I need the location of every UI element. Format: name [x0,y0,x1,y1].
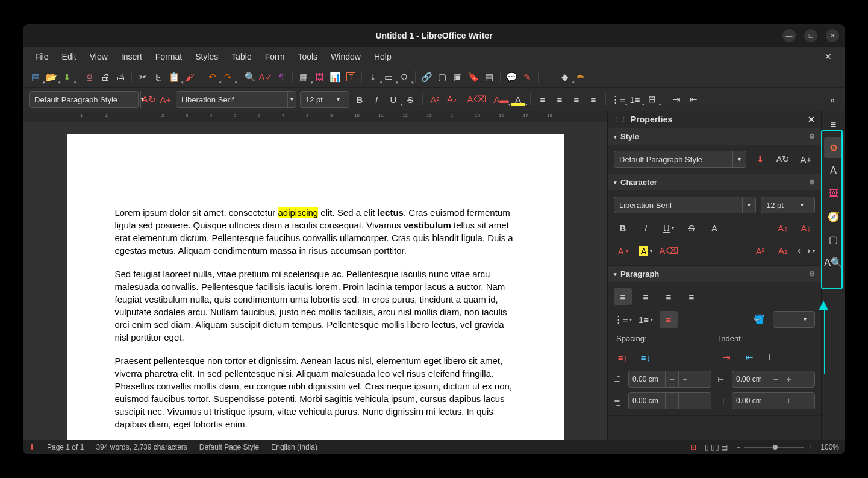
menu-form[interactable]: Form [259,49,291,64]
align-left-button[interactable]: ≡ [536,93,549,106]
justify-button[interactable]: ≡ [682,288,701,305]
cut-button[interactable]: ✂ [136,71,149,84]
menu-table[interactable]: Table [225,49,257,64]
clear-formatting-button[interactable]: A⌫ [470,93,483,106]
font-name-input[interactable] [176,95,287,104]
close-document-icon[interactable]: ✕ [819,49,838,64]
table-button[interactable]: ▦ [297,71,310,84]
highlight-color-button[interactable]: A [637,242,655,259]
minimize-button[interactable]: — [782,29,796,42]
new-button[interactable]: ▤ [29,71,42,84]
style-section-header[interactable]: Style ⚙ [608,128,821,145]
menu-styles[interactable]: Styles [189,49,224,64]
spellcheck-button[interactable]: A✓ [259,71,272,84]
style-action-2-icon[interactable]: A↻ [774,151,792,168]
align-center-button[interactable]: ≡ [553,93,566,106]
zoom-value[interactable]: 100% [820,443,839,451]
strikethrough-button[interactable]: S [682,219,701,236]
page-style-status[interactable]: Default Page Style [199,443,259,451]
superscript-button[interactable]: A² [751,242,769,259]
comment-button[interactable]: 💬 [505,71,518,84]
update-style-button[interactable]: A↻ [142,93,155,106]
horizontal-ruler[interactable]: 1⊥ 23 45 67 89 1011 1213 1415 1617 18 [23,111,607,122]
menu-format[interactable]: Format [149,49,188,64]
outline-button[interactable]: ⊟ [645,93,658,106]
maximize-button[interactable]: □ [804,29,817,42]
decrease-size-button[interactable]: A↓ [797,219,815,236]
formatting-marks-button[interactable]: ¶ [275,71,288,84]
styles-tab[interactable]: A [824,160,843,181]
justify-button[interactable]: ≡ [587,93,600,106]
number-list-button[interactable]: 1≡ [637,311,655,328]
increase-size-button[interactable]: A↑ [774,219,792,236]
page-tab[interactable]: ▢ [824,229,843,250]
close-button[interactable]: ✕ [826,29,839,42]
underline-button[interactable]: U [387,93,400,106]
chart-button[interactable]: 📊 [328,71,342,84]
highlight-button[interactable]: A [511,93,525,106]
gear-icon[interactable]: ⚙ [809,133,815,140]
selection-mode-icon[interactable]: ⊡ [690,443,696,451]
paragraph-section-header[interactable]: Paragraph ⚙ [608,266,821,282]
cross-ref-button[interactable]: ▤ [482,71,496,84]
shadow-button[interactable]: A [705,219,723,236]
footnote-button[interactable]: ▢ [436,71,449,84]
number-list-button[interactable]: 1≡ [628,93,642,106]
line-button[interactable]: — [543,71,556,84]
redo-button[interactable]: ↷ [221,71,234,84]
close-sidebar-icon[interactable]: ✕ [808,115,815,124]
page-break-button[interactable]: ⤓ [366,71,379,84]
bg-color-button[interactable]: 🪣 [750,311,768,328]
menu-window[interactable]: Window [325,49,367,64]
save-button[interactable]: ⬇ [60,71,73,84]
shapes-button[interactable]: ◆ [558,71,572,84]
style-combo[interactable]: ▾ [614,151,746,168]
indent-before-input[interactable]: −+ [732,371,815,388]
italic-button[interactable]: I [637,219,655,236]
decrease-indent-button[interactable]: ⇤ [687,93,700,106]
subscript-button[interactable]: A₂ [774,242,792,259]
no-list-button[interactable]: ≡ [660,311,678,328]
hyperlink-button[interactable]: 🔗 [420,71,433,84]
menu-insert[interactable]: Insert [115,49,148,64]
paragraph[interactable]: Lorem ipsum dolor sit amet, consectetur … [115,206,516,257]
superscript-button[interactable]: A² [428,93,442,106]
clone-formatting-button[interactable]: 🖌 [183,71,196,84]
zoom-slider[interactable]: − + [736,443,812,451]
gear-icon[interactable]: ⚙ [809,270,815,278]
page-status[interactable]: Page 1 of 1 [47,443,84,451]
menu-edit[interactable]: Edit [56,49,83,64]
field-button[interactable]: ▭ [382,71,395,84]
menu-file[interactable]: File [29,49,55,64]
indent-dec-icon[interactable]: ⇤ [740,349,758,366]
export-pdf-button[interactable]: ⎙ [83,71,96,84]
paste-button[interactable]: 📋 [167,71,181,84]
open-button[interactable]: 📂 [45,71,58,84]
dropdown-icon[interactable]: ▾ [287,91,296,108]
subscript-button[interactable]: A₂ [445,93,458,106]
copy-button[interactable]: ⎘ [152,71,165,84]
font-size-combo[interactable]: ▾ [300,91,349,108]
menu-view[interactable]: View [84,49,114,64]
undo-button[interactable]: ↶ [205,71,219,84]
underline-button[interactable]: U [660,219,678,236]
textbox-button[interactable]: 🅃 [344,71,357,84]
font-color-button[interactable]: A▬ [495,93,508,106]
clear-formatting-button[interactable]: A⌫ [660,242,678,259]
font-name-combo[interactable]: ▾ [176,91,296,108]
align-left-button[interactable]: ≡ [614,288,632,305]
indent-inc-icon[interactable]: ⇥ [717,349,735,366]
more-button[interactable]: » [826,93,839,106]
indent-after-input[interactable]: −+ [732,392,815,409]
save-indicator-icon[interactable]: ⬇ [29,443,35,451]
paragraph[interactable]: Praesent pellentesque non tortor et dign… [115,354,516,430]
bold-button[interactable]: B [614,219,632,236]
properties-tab[interactable]: ⚙ [824,137,843,158]
sidebar-menu-icon[interactable]: ≡ [824,115,843,135]
increase-indent-button[interactable]: ⇥ [670,93,683,106]
italic-button[interactable]: I [370,93,383,106]
gallery-tab[interactable]: 🖼 [824,183,843,204]
align-right-button[interactable]: ≡ [660,288,678,305]
paragraph[interactable]: Sed feugiat laoreet nulla, vitae pretium… [115,268,516,344]
spacing-inc-icon[interactable]: ≡↑ [614,349,632,366]
